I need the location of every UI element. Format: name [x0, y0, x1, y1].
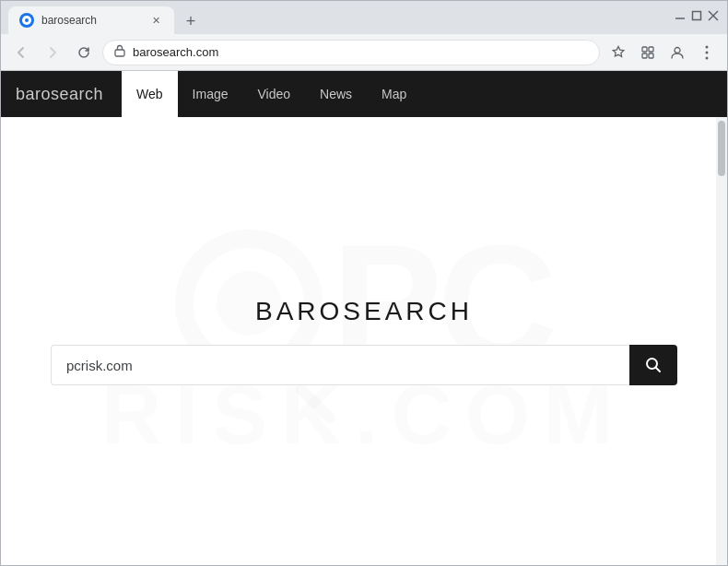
nav-link-news[interactable]: News [305, 71, 367, 117]
nav-link-video[interactable]: Video [243, 71, 306, 117]
window-controls [674, 9, 720, 26]
svg-point-11 [706, 51, 709, 53]
profile-button[interactable] [664, 40, 690, 65]
svg-point-10 [706, 45, 709, 48]
svg-rect-5 [642, 47, 647, 52]
menu-button[interactable] [694, 40, 720, 65]
site-main: PC RISK.COM BAROSEARCH [1, 117, 727, 565]
url-bar[interactable]: barosearch.com [102, 40, 600, 65]
svg-line-14 [656, 368, 661, 372]
title-bar: barosearch ✕ + [1, 1, 727, 34]
tab-favicon [19, 13, 34, 28]
nav-link-image[interactable]: Image [178, 71, 243, 117]
active-tab[interactable]: barosearch ✕ [8, 6, 174, 34]
svg-rect-1 [693, 12, 701, 20]
scrollbar[interactable] [716, 117, 727, 565]
address-bar: barosearch.com [1, 34, 727, 71]
svg-point-12 [706, 56, 709, 59]
search-box [51, 345, 677, 385]
minimize-button[interactable] [674, 9, 687, 22]
site-title: BAROSEARCH [255, 297, 473, 326]
search-area: BAROSEARCH [51, 297, 677, 385]
url-text: barosearch.com [133, 45, 588, 59]
reload-button[interactable] [71, 40, 97, 65]
close-button[interactable] [707, 9, 720, 22]
forward-button[interactable] [40, 40, 65, 65]
tab-close-button[interactable]: ✕ [148, 13, 163, 28]
search-button[interactable] [629, 345, 677, 385]
tab-strip: barosearch ✕ + [8, 1, 674, 34]
website-content: barosearch Web Image Video News Map [1, 71, 727, 565]
site-nav: barosearch Web Image Video News Map [1, 71, 727, 117]
back-button[interactable] [8, 40, 34, 65]
browser-frame: barosearch ✕ + [0, 0, 728, 566]
address-actions [605, 40, 720, 65]
svg-rect-7 [642, 53, 647, 58]
svg-rect-4 [115, 50, 124, 56]
new-tab-button[interactable]: + [178, 8, 204, 34]
maximize-button[interactable] [690, 9, 703, 22]
nav-link-web[interactable]: Web [122, 71, 178, 117]
scrollbar-thumb[interactable] [718, 121, 725, 176]
tab-title: barosearch [41, 14, 141, 27]
svg-rect-8 [649, 53, 653, 58]
nav-link-map[interactable]: Map [367, 71, 421, 117]
site-nav-links: Web Image Video News Map [122, 71, 421, 117]
svg-rect-6 [649, 47, 653, 52]
search-input[interactable] [51, 345, 629, 385]
extensions-button[interactable] [635, 40, 661, 65]
site-logo: barosearch [16, 85, 103, 104]
bookmark-button[interactable] [605, 40, 631, 65]
lock-icon [114, 44, 125, 60]
svg-point-9 [675, 47, 680, 53]
